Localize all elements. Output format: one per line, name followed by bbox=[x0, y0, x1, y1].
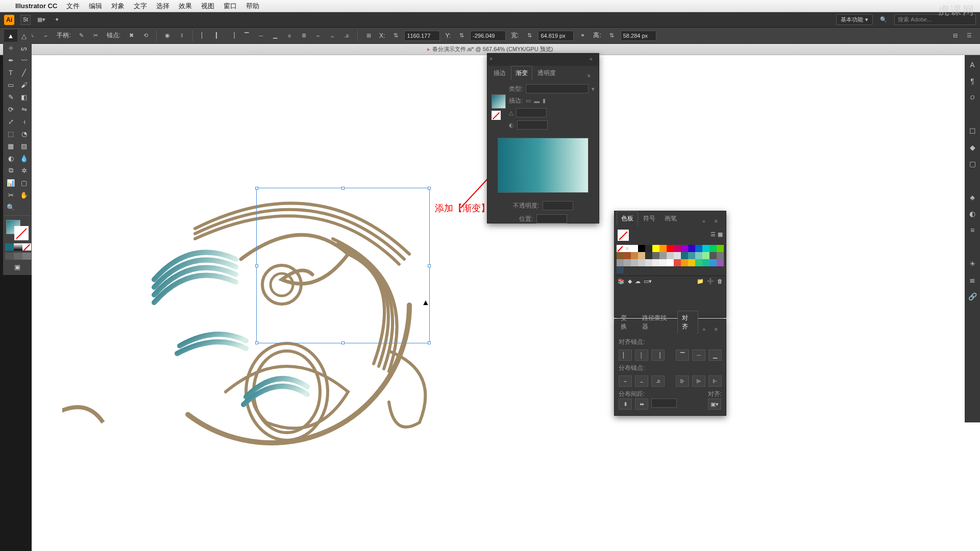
swatch-color[interactable] bbox=[659, 245, 667, 252]
swatch-color[interactable] bbox=[617, 266, 624, 273]
swatch-color[interactable] bbox=[674, 245, 681, 252]
stroke-across-icon[interactable]: ▮ bbox=[543, 97, 546, 104]
y-step-icon[interactable]: ⇅ bbox=[456, 30, 467, 41]
search-icon[interactable]: 🔍 bbox=[879, 15, 888, 24]
menu-edit[interactable]: 编辑 bbox=[89, 2, 102, 11]
panel-toggle-icon[interactable]: ⊟ bbox=[949, 30, 961, 41]
swatch-color[interactable] bbox=[702, 252, 709, 259]
tab-transparency[interactable]: 透明度 bbox=[533, 66, 560, 80]
gradient-ramp[interactable] bbox=[498, 138, 589, 193]
gradient-angle-input[interactable] bbox=[516, 108, 547, 117]
w-input[interactable] bbox=[538, 31, 574, 41]
tab-brushes[interactable]: 画笔 bbox=[660, 212, 681, 226]
dist-hspace-button[interactable]: ⬌ bbox=[635, 398, 648, 410]
handle-cut-icon[interactable]: ✂ bbox=[90, 30, 102, 41]
swatch-color[interactable] bbox=[645, 245, 652, 252]
libraries-icon[interactable]: ☐ bbox=[968, 127, 977, 136]
y-input[interactable] bbox=[470, 31, 506, 41]
swatch-color[interactable] bbox=[717, 252, 724, 259]
align-vcenter-button[interactable]: ─ bbox=[692, 349, 705, 361]
resize-handle-mr[interactable] bbox=[428, 264, 431, 267]
rectangle-tool[interactable]: ▭ bbox=[4, 79, 17, 91]
align-top-icon[interactable]: ▔ bbox=[241, 30, 252, 41]
slice-tool[interactable]: ✂ bbox=[4, 189, 17, 201]
swatch-color[interactable] bbox=[645, 259, 652, 266]
swatch-color[interactable] bbox=[695, 252, 702, 259]
gradient-stroke-swatch[interactable] bbox=[492, 111, 501, 120]
swatch-none[interactable] bbox=[617, 245, 624, 252]
align-top-button[interactable]: ▔ bbox=[676, 349, 689, 361]
perspective-tool[interactable]: ▦ bbox=[4, 140, 17, 152]
zoom-tool[interactable]: 🔍 bbox=[4, 201, 17, 213]
app-name[interactable]: Illustrator CC bbox=[15, 2, 57, 10]
selection-tool[interactable]: ▲ bbox=[4, 30, 17, 42]
menu-object[interactable]: 对象 bbox=[111, 2, 125, 11]
align-bottom-button[interactable]: ▁ bbox=[708, 349, 722, 361]
w-step-icon[interactable]: ⇅ bbox=[524, 30, 535, 41]
selection-bounding-box[interactable] bbox=[256, 188, 430, 343]
link-wh-icon[interactable]: ⚭ bbox=[577, 30, 588, 41]
swatch-color[interactable] bbox=[688, 259, 695, 266]
swatch-kind-icon[interactable]: ◆ bbox=[628, 278, 632, 285]
tab-swatches[interactable]: 色板 bbox=[617, 211, 638, 226]
type-tool[interactable]: T bbox=[4, 66, 17, 79]
ref-point-icon[interactable]: ⊞ bbox=[363, 30, 374, 41]
gradient-opacity-input[interactable] bbox=[543, 201, 573, 210]
panel-menu-icon[interactable]: ☰ bbox=[964, 30, 975, 41]
handle-tool-icon[interactable]: ✎ bbox=[76, 30, 87, 41]
eyedropper-tool[interactable]: 💧 bbox=[17, 152, 31, 164]
swatch-color[interactable] bbox=[674, 252, 681, 259]
lasso-tool[interactable]: ᔕ bbox=[17, 42, 31, 54]
swatch-color[interactable] bbox=[667, 245, 674, 252]
panel-menu-icon[interactable]: ≡ bbox=[715, 218, 722, 226]
menu-select[interactable]: 选择 bbox=[156, 2, 169, 11]
width-tool[interactable]: ⫞ bbox=[17, 115, 31, 128]
dist-hcenter-button[interactable]: ⊫ bbox=[692, 375, 705, 387]
stroke-panel-icon[interactable]: ≡ bbox=[968, 226, 977, 235]
symbol-sprayer-tool[interactable]: ✲ bbox=[17, 164, 31, 177]
swatch-color[interactable] bbox=[659, 259, 667, 266]
align-right-icon[interactable]: ▕ bbox=[227, 30, 238, 41]
swatch-color[interactable] bbox=[702, 245, 709, 252]
swatch-color[interactable] bbox=[688, 252, 695, 259]
dist-vcenter-button[interactable]: ⫠ bbox=[635, 375, 648, 387]
mesh-tool[interactable]: ▨ bbox=[17, 140, 31, 152]
rotate-tool[interactable]: ⟳ bbox=[4, 103, 17, 115]
column-graph-tool[interactable]: 📊 bbox=[4, 177, 17, 189]
swatch-color[interactable] bbox=[681, 259, 688, 266]
swatch-color[interactable] bbox=[717, 245, 724, 252]
draw-inside[interactable] bbox=[22, 253, 31, 260]
swatch-registration[interactable]: ⊕ bbox=[624, 245, 631, 252]
color-panel-icon[interactable]: ♣ bbox=[968, 193, 977, 202]
x-input[interactable] bbox=[404, 31, 440, 41]
swatch-color[interactable] bbox=[624, 259, 631, 266]
swatch-color[interactable] bbox=[624, 252, 631, 259]
swatch-color[interactable] bbox=[617, 252, 624, 259]
scale-tool[interactable]: ⤢ bbox=[4, 115, 17, 128]
paintbrush-tool[interactable]: 🖌 bbox=[17, 79, 31, 91]
swatch-color[interactable] bbox=[709, 252, 717, 259]
workspace-switcher[interactable]: 基本功能 ▾ bbox=[836, 14, 873, 25]
gradient-type-select[interactable] bbox=[526, 84, 589, 93]
anchor-remove-icon[interactable]: ✖ bbox=[126, 30, 137, 41]
hand-tool[interactable]: ✋ bbox=[17, 189, 31, 201]
swatch-color[interactable] bbox=[631, 259, 638, 266]
split-icon[interactable]: ⫴ bbox=[176, 30, 187, 41]
swatch-color[interactable] bbox=[681, 252, 688, 259]
gradient-fill-swatch[interactable] bbox=[492, 94, 506, 109]
swatch-color[interactable] bbox=[667, 252, 674, 259]
resize-handle-tr[interactable] bbox=[428, 187, 431, 190]
swatch-color[interactable] bbox=[688, 245, 695, 252]
swatch-color[interactable] bbox=[631, 252, 638, 259]
arrange-docs-icon[interactable]: ▦▾ bbox=[37, 15, 46, 24]
shape-builder-tool[interactable]: ◔ bbox=[17, 128, 31, 140]
draw-normal[interactable] bbox=[5, 253, 14, 260]
swatch-color[interactable] bbox=[717, 259, 724, 266]
panel-menu-icon[interactable]: ≡ bbox=[715, 327, 722, 334]
stroke-along-icon[interactable]: ▬ bbox=[534, 98, 540, 104]
menu-help[interactable]: 帮助 bbox=[246, 2, 259, 11]
align-vcenter-icon[interactable]: ─ bbox=[255, 30, 266, 41]
swatch-color[interactable] bbox=[681, 245, 688, 252]
swatch-list-icon[interactable]: ☰ bbox=[710, 231, 716, 238]
menu-effect[interactable]: 效果 bbox=[179, 2, 192, 11]
